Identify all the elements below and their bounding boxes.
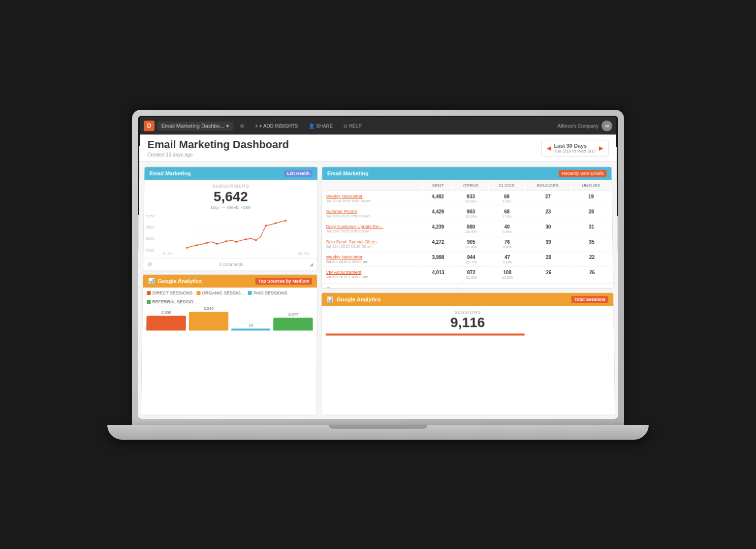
opens-cell: 88020.9% (454, 222, 489, 236)
email-link[interactable]: Weekly Newsletter (326, 255, 419, 259)
subscribers-count: 5,642 (148, 188, 314, 204)
clicks-cell: 768.4% (489, 237, 525, 252)
date-range-info: Last 30 Days Tue 5/19 to Wed 6/17 (554, 142, 596, 153)
bounces-cell: 26 (526, 267, 571, 282)
email-link[interactable]: VIP Anouncement (326, 269, 419, 274)
add-insights-label: + ADD INSIGHTS (259, 123, 298, 129)
screen-bezel: D Email Marketing Dashbo... ▾ ⚙ + + ADD … (138, 116, 618, 419)
unsubs-cell: 22 (572, 253, 612, 267)
sent-cell: 4,429 (423, 207, 453, 221)
ga-left-header: 📊 Google Analytics Top Sources by Medium (143, 274, 317, 287)
chart-container: 5750 5500 5250 5000 (143, 214, 317, 258)
email-table: SENT OPENS CLICKS BOUNCES UNSUBS (322, 180, 613, 283)
col-header-unsubs: UNSUBS (571, 181, 611, 191)
ga-label-referral: REFERRAL SESSIO... (147, 299, 197, 304)
share-button[interactable]: 👤 SHARE (305, 122, 337, 130)
bounces-cell: 23 (526, 207, 571, 221)
email-date: Jul 12th 2015 10:30:00 am (326, 244, 419, 249)
dashboard-toolbar: Email Marketing Dashboard Created 13 day… (139, 134, 617, 161)
table-comments: 0 comments (456, 287, 480, 289)
avatar: Alf (601, 120, 612, 131)
nav-title-text: Email Marketing Dashbo... (161, 123, 224, 129)
widget-settings-icon[interactable]: ⚙ (147, 260, 153, 267)
email-marketing-widget-header: Email Marketing List Health (144, 167, 317, 180)
nav-dropdown-icon: ▾ (226, 123, 229, 129)
share-icon: 👤 (309, 123, 315, 129)
table-row: Weekly Newsletter Jul 22nd 2015 9:00:00 … (323, 192, 611, 206)
date-range-sub: Tue 5/19 to Wed 6/17 (554, 148, 596, 153)
settings-icon: ⚙ (240, 123, 244, 129)
ga-header-left: 📊 Google Analytics (148, 278, 202, 284)
clicks-cell: 687.5% (489, 207, 525, 221)
email-table-header-row: SENT OPENS CLICKS BOUNCES UNSUBS (323, 181, 611, 191)
sent-cell: 4,482 (423, 192, 453, 206)
paid-label: PAID SESSIONS (253, 290, 287, 295)
bar-direct-fill (146, 315, 186, 330)
email-date: Jul 15th 2015 8:00:00 am (326, 229, 419, 233)
unsubs-cell: 31 (572, 222, 612, 236)
referral-color-dot (147, 299, 151, 303)
table-settings-icon[interactable]: ⚙ (326, 286, 331, 289)
email-name-cell: Weekly Newsletter Jul 22nd 2015 9:00:00 … (323, 192, 422, 206)
bounces-cell: 39 (526, 237, 571, 252)
col-header-bounces: BOUNCES (525, 181, 570, 191)
email-name-cell: Solo Send: Special Offers Jul 12th 2015 … (323, 237, 422, 252)
date-picker[interactable]: ◀ Last 30 Days Tue 5/19 to Wed 6/17 ▶ (541, 139, 608, 156)
bar-paid: 10 (231, 323, 271, 330)
bar-organic-fill (189, 311, 228, 330)
subscribers-change: Day: — Week: +259 (148, 205, 314, 210)
email-link[interactable]: Weekly Newsletter (326, 194, 419, 198)
settings-button[interactable]: ⚙ (236, 122, 248, 130)
email-link[interactable]: Summer Promo (326, 209, 419, 214)
email-name-cell: Weekly Newsletter Jul 8th 2015 5:30:00 p… (323, 253, 422, 267)
dashboard-title: Email Marketing Dashboard (147, 138, 289, 151)
top-nav: D Email Marketing Dashbo... ▾ ⚙ + + ADD … (140, 117, 616, 134)
add-insights-button[interactable]: + + ADD INSIGHTS (251, 122, 302, 130)
y-label-1: 5750 (146, 214, 155, 218)
bounces-cell: 30 (526, 222, 571, 236)
comments-count: 0 comments (219, 261, 243, 266)
recently-sent-badge: Recently Sent Emails (559, 170, 606, 177)
direct-color-dot (147, 291, 151, 294)
right-column: Email Marketing Recently Sent Emails SEN… (321, 166, 615, 415)
sessions-bar (326, 333, 525, 335)
paid-color-dot (248, 291, 252, 294)
right-arrow-icon: ▶ (599, 144, 603, 151)
clicks-cell: 475.0% (490, 253, 525, 267)
ga-right-icon: 📊 (327, 296, 334, 302)
opens-cell: 87221.9% (454, 267, 489, 282)
unsubs-cell: 26 (572, 267, 612, 282)
main-content: Email Marketing List Health SUBSCRIBERS … (138, 161, 618, 419)
svg-point-7 (216, 242, 218, 244)
left-arrow-icon: ◀ (546, 144, 551, 151)
x-axis-labels: 6. Jul 20. Jul (159, 251, 313, 256)
svg-point-8 (225, 240, 227, 242)
sessions-count: 9,116 (326, 315, 610, 330)
help-button[interactable]: ⊙ HELP (340, 122, 366, 130)
bar-paid-value: 10 (249, 323, 253, 327)
bounces-cell: 20 (526, 253, 571, 267)
email-link[interactable]: Solo Send: Special Offers (326, 239, 419, 244)
svg-point-9 (235, 240, 237, 242)
bar-referral-value: 2,077 (288, 312, 298, 316)
app-container: D Email Marketing Dashbo... ▾ ⚙ + + ADD … (138, 117, 618, 419)
email-table-body: Weekly Newsletter Jul 22nd 2015 9:00:00 … (323, 192, 612, 282)
plus-icon: + (255, 123, 258, 129)
clicks-cell: 10011.5% (490, 267, 525, 282)
laptop-body: D Email Marketing Dashbo... ▾ ⚙ + + ADD … (132, 110, 624, 425)
email-date: Jul 8th 2015 5:30:00 pm (326, 259, 419, 264)
email-link[interactable]: Daily Customer Update Em... (326, 224, 419, 229)
table-row: VIP Anouncement Jul 5th 2015 1:45:00 pm … (323, 267, 612, 282)
table-row: Solo Send: Special Offers Jul 12th 2015 … (323, 237, 611, 252)
email-table-widget: Email Marketing Recently Sent Emails SEN… (321, 166, 613, 289)
screen: D Email Marketing Dashbo... ▾ ⚙ + + ADD … (138, 117, 618, 419)
y-axis-labels: 5750 5500 5250 5000 (145, 214, 155, 253)
list-health-button[interactable]: List Health (284, 170, 313, 177)
laptop-wrapper: D Email Marketing Dashbo... ▾ ⚙ + + ADD … (107, 73, 649, 477)
subscribers-label: SUBSCRIBERS (148, 183, 314, 188)
nav-title[interactable]: Email Marketing Dashbo... ▾ (158, 121, 233, 130)
bar-organic-value: 3,540 (204, 306, 214, 310)
email-marketing-widget: Email Marketing List Health SUBSCRIBERS … (143, 166, 318, 270)
sent-cell: 4,239 (423, 222, 453, 236)
sent-cell: 4,013 (423, 267, 453, 282)
